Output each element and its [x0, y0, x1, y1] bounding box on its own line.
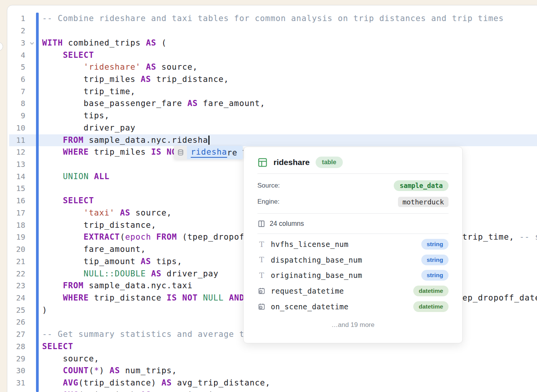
line-number[interactable]: 7: [0, 86, 25, 98]
string-type-icon: T: [257, 272, 266, 279]
code-line-10[interactable]: 10 driver_pay: [0, 122, 537, 134]
line-number[interactable]: 11: [0, 134, 25, 147]
line-number[interactable]: 6: [0, 74, 25, 86]
datetime-type-icon: [257, 287, 266, 295]
line-number[interactable]: 21: [0, 256, 25, 268]
line-number[interactable]: 29: [0, 353, 25, 365]
line-number[interactable]: 10: [0, 122, 25, 134]
column-row-originating_base_num: Toriginating_base_numstring: [244, 268, 462, 283]
code-line-6[interactable]: 6 trip_miles AS trip_distance,: [0, 74, 537, 86]
line-number[interactable]: 17: [0, 207, 25, 219]
line-number[interactable]: 12: [0, 146, 25, 158]
line-number[interactable]: 20: [0, 243, 25, 256]
column-name: hvfhs_license_num: [271, 240, 421, 248]
line-number[interactable]: 13: [0, 158, 25, 171]
code-line-9[interactable]: 9 tips,: [0, 110, 537, 122]
code-line-text: -- Combine rideshare and taxi tables for…: [42, 13, 504, 25]
code-line-29[interactable]: 29 source,: [0, 353, 537, 365]
code-line-text: fare_amount,: [42, 243, 146, 256]
code-line-text: trip_miles AS trip_distance,: [42, 74, 229, 86]
line-number[interactable]: 1: [0, 13, 25, 25]
line-number[interactable]: 19: [0, 231, 25, 243]
popup-table-title: rideshare: [273, 158, 310, 167]
line-number[interactable]: 26: [0, 316, 25, 328]
source-value-badge: sample_data: [394, 180, 449, 191]
line-number[interactable]: 16: [0, 195, 25, 207]
table-icon: [257, 157, 268, 168]
popup-header: rideshare table: [244, 155, 462, 170]
code-line-text: FROM sample_data.nyc.ridesha: [42, 134, 210, 147]
line-number[interactable]: 4: [0, 49, 25, 62]
columns-count-label: 24 columns: [270, 220, 304, 228]
column-type-badge: string: [421, 255, 449, 265]
code-line-text: 'rideshare' AS source,: [42, 61, 198, 74]
code-line-text: tip_amount AS tips,: [42, 256, 182, 268]
table-info-popup: rideshare table Source: sample_data Engi…: [243, 147, 463, 343]
autocomplete-rest-text: re: [227, 148, 237, 157]
popup-info-section: Source: sample_data Engine: motherduck: [244, 174, 462, 213]
column-name: on_scene_datetime: [271, 302, 413, 311]
chevron-down-icon[interactable]: [30, 41, 34, 44]
code-line-text: UNION ALL: [42, 171, 110, 183]
line-number[interactable]: 24: [0, 292, 25, 304]
line-number[interactable]: 8: [0, 98, 25, 110]
columns-icon: [257, 220, 265, 228]
code-line-text: FROM sample_data.nyc.taxi: [42, 280, 193, 292]
string-type-icon: T: [257, 241, 266, 248]
code-line-30[interactable]: 30 COUNT(*) AS num_trips,: [0, 365, 537, 377]
column-row-on_scene_datetime: on_scene_datetimedatetime: [244, 299, 462, 314]
line-number[interactable]: 22: [0, 268, 25, 280]
line-number[interactable]: 2: [0, 25, 25, 37]
column-type-badge: datetime: [413, 301, 449, 312]
code-line-text: driver_pay: [42, 122, 136, 134]
column-name: request_datetime: [271, 287, 413, 295]
code-line-5[interactable]: 5 'rideshare' AS source,: [0, 61, 537, 74]
code-line-text: source,: [42, 353, 99, 365]
line-number[interactable]: 25: [0, 304, 25, 317]
column-list: Thvfhs_license_numstringTdispatching_bas…: [244, 234, 462, 314]
code-line-3[interactable]: 3WITH combined_trips AS (: [0, 37, 537, 49]
line-number[interactable]: 18: [0, 219, 25, 232]
code-line-text: NULL::DOUBLE AS driver_pay: [42, 268, 219, 280]
code-line-7[interactable]: 7 trip_time,: [0, 86, 537, 98]
column-type-badge: string: [421, 239, 449, 250]
gutter-accent-bar: [36, 13, 39, 392]
line-number[interactable]: 14: [0, 171, 25, 183]
code-line-text: SELECT: [42, 49, 94, 62]
line-number[interactable]: 31: [0, 377, 25, 389]
columns-count-row: 24 columns: [244, 214, 462, 234]
code-line-31[interactable]: 31 AVG(trip_distance) AS avg_trip_distan…: [0, 377, 537, 389]
autocomplete-match-text: ridesha: [191, 147, 227, 158]
code-line-8[interactable]: 8 base_passenger_fare AS fare_amount,: [0, 98, 537, 110]
engine-value-badge: motherduck: [398, 197, 449, 207]
line-number[interactable]: 23: [0, 280, 25, 292]
source-row: Source: sample_data: [257, 178, 449, 194]
code-line-text: WITH combined_trips AS (: [42, 37, 167, 49]
source-label: Source:: [257, 182, 280, 189]
line-number[interactable]: 30: [0, 365, 25, 377]
line-number[interactable]: 32: [0, 389, 25, 392]
text-caret: [208, 136, 210, 145]
line-number[interactable]: 28: [0, 341, 25, 353]
code-line-1[interactable]: 1-- Combine rideshare and taxi tables fo…: [0, 13, 537, 25]
code-line-32[interactable]: 32 AVG(trip_time) AS avg_trip_time,: [0, 389, 537, 392]
code-line-text: ): [42, 304, 47, 317]
code-line-text: SELECT: [42, 341, 73, 353]
database-icon: [174, 146, 187, 159]
autocomplete-dropdown: rideshare: [174, 146, 243, 159]
code-line-text: AVG(trip_time) AS avg_trip_time,: [42, 389, 229, 392]
line-number[interactable]: 3: [0, 37, 25, 49]
code-line-text: SELECT: [42, 195, 94, 207]
line-number[interactable]: 15: [0, 183, 25, 195]
code-line-text: tips,: [42, 110, 110, 122]
line-number[interactable]: 27: [0, 328, 25, 341]
more-columns-label: …and 19 more: [244, 321, 462, 329]
line-number[interactable]: 5: [0, 61, 25, 74]
code-line-11[interactable]: 11 FROM sample_data.nyc.ridesha: [0, 134, 537, 147]
line-number[interactable]: 9: [0, 110, 25, 122]
code-line-2[interactable]: 2: [0, 25, 537, 37]
autocomplete-item-rideshare[interactable]: rideshare: [187, 146, 243, 159]
code-line-4[interactable]: 4 SELECT: [0, 49, 537, 62]
table-type-badge: table: [316, 157, 343, 168]
code-line-text: trip_time,: [42, 86, 136, 98]
